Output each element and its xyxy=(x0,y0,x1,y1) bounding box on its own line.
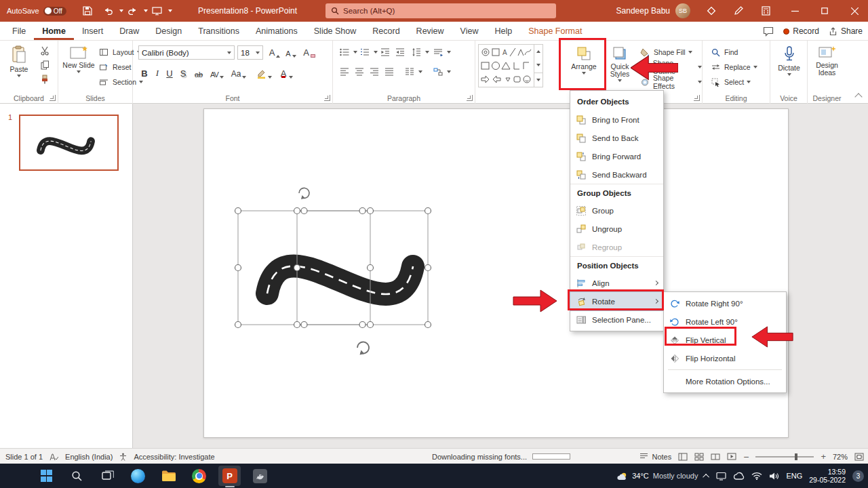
smartart-button[interactable] xyxy=(432,65,451,79)
search-box[interactable] xyxy=(326,3,556,18)
arrange-button[interactable]: Arrange xyxy=(568,43,600,89)
format-painter-button[interactable] xyxy=(38,73,52,85)
undo-button[interactable] xyxy=(99,0,123,22)
tab-help[interactable]: Help xyxy=(486,22,520,40)
menu-item-more-rotation-options[interactable]: More Rotation Options... xyxy=(664,372,786,390)
tab-animations[interactable]: Animations xyxy=(248,22,306,40)
tray-display-icon[interactable] xyxy=(716,472,726,481)
account-area[interactable]: Sandeep Babu SB xyxy=(616,0,690,22)
file-explorer-app-icon[interactable] xyxy=(153,464,184,488)
language-switcher[interactable]: ENG xyxy=(786,472,802,480)
qat-caret-icon[interactable] xyxy=(168,9,172,12)
align-center-button[interactable] xyxy=(353,65,366,79)
zoom-out-button[interactable]: − xyxy=(743,451,749,462)
align-left-button[interactable] xyxy=(338,65,351,79)
menu-item-ungroup[interactable]: Ungroup xyxy=(570,220,663,238)
quick-styles-button[interactable]: Quick Styles xyxy=(604,43,636,89)
shapes-gallery-scroll[interactable] xyxy=(534,45,542,87)
find-button[interactable]: Find xyxy=(709,45,738,59)
menu-item-rotate[interactable]: Rotate xyxy=(570,292,663,310)
clock[interactable]: 13:59 29-05-2022 xyxy=(809,468,846,484)
align-right-button[interactable] xyxy=(368,65,380,79)
strikethrough-button[interactable]: ab xyxy=(191,65,206,80)
increase-indent-button[interactable] xyxy=(394,45,406,59)
tab-draw[interactable]: Draw xyxy=(111,22,147,40)
menu-item-flip-vertical[interactable]: Flip Vertical xyxy=(664,331,786,349)
premium-button[interactable] xyxy=(703,0,720,22)
tray-volume-icon[interactable] xyxy=(769,472,779,481)
record-button[interactable]: Record xyxy=(783,26,819,36)
search-input[interactable] xyxy=(343,7,551,15)
tray-onedrive-icon[interactable] xyxy=(733,472,745,480)
image-editor-app-icon[interactable] xyxy=(245,464,275,488)
text-shadow-button[interactable]: S xyxy=(178,65,189,80)
justify-button[interactable] xyxy=(383,65,395,79)
character-spacing-button[interactable]: AV xyxy=(209,65,225,80)
zoom-slider[interactable] xyxy=(755,456,814,458)
new-slide-button[interactable]: New Slide xyxy=(62,43,95,89)
dictate-button[interactable]: Dictate xyxy=(773,43,805,89)
spellcheck-icon[interactable] xyxy=(50,453,58,461)
replace-button[interactable]: Replace xyxy=(709,60,757,74)
select-button[interactable]: Select xyxy=(709,75,751,89)
highlight-color-button[interactable] xyxy=(254,65,274,80)
line-spacing-button[interactable] xyxy=(410,45,429,59)
edge-app-icon[interactable] xyxy=(123,464,153,488)
menu-item-group[interactable]: Group xyxy=(570,201,663,220)
font-size-combo[interactable]: 18 xyxy=(237,45,263,60)
reset-button[interactable]: Reset xyxy=(98,60,131,74)
cut-button[interactable] xyxy=(38,45,52,57)
slide-sorter-view-button[interactable] xyxy=(694,453,704,461)
tab-transitions[interactable]: Transitions xyxy=(190,22,248,40)
rotate-handle-bottom[interactable] xyxy=(357,342,369,354)
drawing-dialog-launcher[interactable] xyxy=(694,95,700,101)
font-color-button[interactable]: A xyxy=(277,65,296,80)
share-button[interactable]: Share xyxy=(829,26,863,36)
minimize-button[interactable] xyxy=(781,0,808,22)
notification-badge[interactable]: 3 xyxy=(852,470,864,482)
start-button[interactable] xyxy=(31,464,62,488)
tab-slide-show[interactable]: Slide Show xyxy=(306,22,365,40)
menu-item-bring-forward[interactable]: Bring Forward xyxy=(570,147,663,165)
decrease-indent-button[interactable] xyxy=(379,45,391,59)
tab-design[interactable]: Design xyxy=(147,22,190,40)
taskbar-search-button[interactable] xyxy=(62,464,92,488)
language-indicator[interactable]: English (India) xyxy=(65,453,113,461)
copy-button[interactable] xyxy=(38,59,52,71)
tab-review[interactable]: Review xyxy=(408,22,452,40)
menu-item-rotate-right-90[interactable]: Rotate Right 90° xyxy=(664,294,786,312)
paragraph-dialog-launcher[interactable] xyxy=(467,95,473,101)
collapse-ribbon-icon[interactable] xyxy=(854,93,862,100)
increase-font-button[interactable]: A xyxy=(267,44,282,59)
bold-button[interactable]: B xyxy=(138,65,151,80)
tab-record[interactable]: Record xyxy=(364,22,408,40)
zoom-in-button[interactable]: + xyxy=(821,451,826,462)
calculator-button[interactable] xyxy=(757,0,774,22)
save-button[interactable] xyxy=(79,0,96,22)
menu-item-bring-to-front[interactable]: Bring to Front xyxy=(570,110,663,129)
maximize-button[interactable] xyxy=(811,0,838,22)
menu-item-selection-pane[interactable]: Selection Pane... xyxy=(570,310,663,329)
ink-button[interactable] xyxy=(730,0,747,22)
menu-item-flip-horizontal[interactable]: Flip Horizontal xyxy=(664,349,786,367)
avatar[interactable]: SB xyxy=(675,3,690,18)
redo-button[interactable] xyxy=(123,0,148,22)
comments-icon[interactable] xyxy=(763,26,774,37)
menu-item-align[interactable]: Align xyxy=(570,274,663,292)
close-button[interactable] xyxy=(841,0,868,22)
underline-button[interactable]: U xyxy=(164,65,175,80)
fit-to-window-button[interactable] xyxy=(854,453,864,461)
slideshow-view-button[interactable] xyxy=(727,453,736,461)
rotate-handle-top[interactable] xyxy=(299,188,309,199)
font-name-combo[interactable]: Calibri (Body) xyxy=(138,45,235,60)
tab-shape-format[interactable]: Shape Format xyxy=(520,22,590,40)
tray-wifi-icon[interactable] xyxy=(751,472,762,480)
decrease-font-button[interactable]: A xyxy=(283,44,298,59)
design-ideas-button[interactable]: Design Ideas xyxy=(810,43,844,89)
slideshow-quick-button[interactable] xyxy=(148,0,172,22)
italic-button[interactable]: I xyxy=(152,65,163,80)
slide-thumbnail[interactable] xyxy=(19,115,119,171)
clipboard-dialog-launcher[interactable] xyxy=(50,95,56,101)
gallery-down-icon[interactable] xyxy=(534,58,542,72)
normal-view-button[interactable] xyxy=(678,453,688,461)
